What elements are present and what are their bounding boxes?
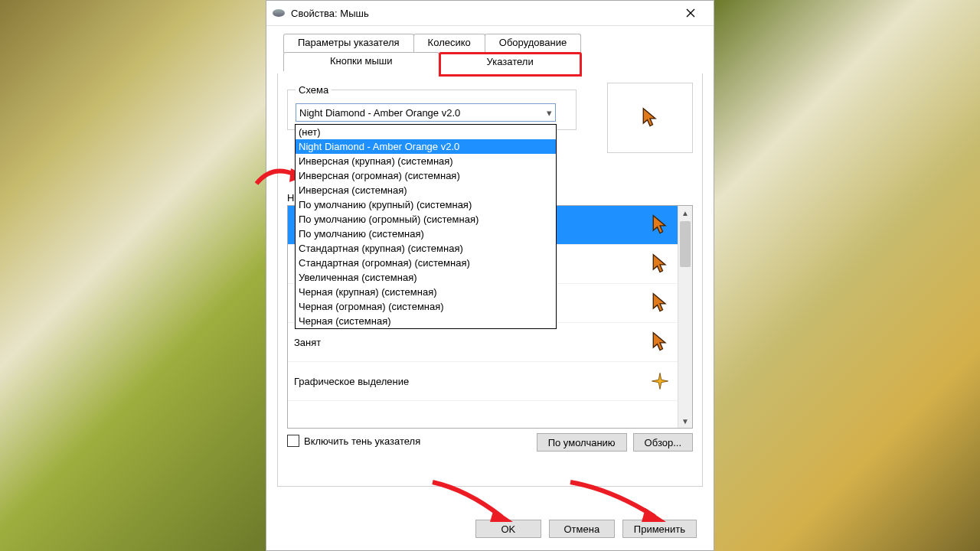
customize-legend: Н [287,192,294,204]
cursor-row-label: Графическое выделение [288,376,642,387]
scheme-legend: Схема [296,84,332,96]
ok-button[interactable]: OK [475,520,541,538]
tab-колесико[interactable]: Колесико [413,34,485,53]
cursor-row-icon [642,292,678,314]
scheme-option[interactable]: Стандартная (огромная) (системная) [296,256,556,270]
scheme-option[interactable]: Инверсная (крупная) (системная) [296,154,556,168]
cursor-row-icon [642,331,678,353]
scroll-up-icon[interactable]: ▲ [678,206,692,220]
browse-button[interactable]: Обзор... [633,433,693,452]
cursor-row-icon [642,253,678,275]
tab-оборудование[interactable]: Оборудование [485,34,581,53]
apply-button[interactable]: Применить [622,520,697,538]
pointer-shadow-label: Включить тень указателя [304,435,420,447]
scroll-thumb[interactable] [680,221,691,267]
window-title: Свойства: Мышь [291,8,674,19]
scheme-group: Схема Night Diamond - Amber Orange v2.0 … [287,84,577,130]
listbox-scrollbar[interactable]: ▲ ▼ [678,206,692,428]
cancel-button[interactable]: Отмена [549,520,615,538]
mouse-properties-dialog: Свойства: Мышь Параметры указателяКолеси… [266,0,714,551]
close-button[interactable] [674,1,707,25]
cursor-row-label: Занят [288,337,642,348]
scheme-selected-text: Night Diamond - Amber Orange v2.0 [299,107,547,119]
tab-параметры-указателя[interactable]: Параметры указателя [283,34,414,53]
scheme-option[interactable]: Черная (системная) [296,314,556,328]
background-left [0,0,266,551]
scheme-option[interactable]: По умолчанию (огромный) (системная) [296,212,556,227]
background-right [714,0,980,551]
cursor-list-row[interactable]: Графическое выделение [288,362,678,401]
scheme-dropdown-list[interactable]: (нет)Night Diamond - Amber Orange v2.0Ин… [295,124,557,329]
scheme-option[interactable]: По умолчанию (системная) [296,227,556,241]
pointer-shadow-checkbox[interactable] [287,435,299,447]
scroll-down-icon[interactable]: ▼ [678,414,692,428]
cursor-row-icon [642,370,678,392]
scheme-option[interactable]: Инверсная (системная) [296,183,556,197]
use-default-button[interactable]: По умолчанию [537,433,627,452]
scheme-option[interactable]: Увеличенная (системная) [296,270,556,285]
scheme-option[interactable]: Черная (огромная) (системная) [296,299,556,314]
scheme-option[interactable]: (нет) [296,125,556,139]
cursor-preview-icon [639,107,661,129]
scheme-option[interactable]: Черная (крупная) (системная) [296,285,556,299]
tab-кнопки-мыши[interactable]: Кнопки мыши [283,52,439,71]
tab-page-pointers: Схема Night Diamond - Amber Orange v2.0 … [277,73,703,487]
cursor-preview [607,83,693,153]
scheme-option[interactable]: Night Diamond - Amber Orange v2.0 [296,139,556,154]
scheme-option[interactable]: Инверсная (огромная) (системная) [296,168,556,183]
titlebar[interactable]: Свойства: Мышь [266,1,714,26]
scheme-option[interactable]: Стандартная (крупная) (системная) [296,241,556,256]
tab-strip: Параметры указателяКолесикоОборудование … [277,34,703,73]
close-icon [686,8,695,18]
mouse-icon [273,9,285,17]
scheme-combobox[interactable]: Night Diamond - Amber Orange v2.0 ▾ [296,103,556,122]
cursor-row-icon [642,214,678,236]
chevron-down-icon: ▾ [547,107,552,119]
scheme-option[interactable]: По умолчанию (крупный) (системная) [296,197,556,212]
